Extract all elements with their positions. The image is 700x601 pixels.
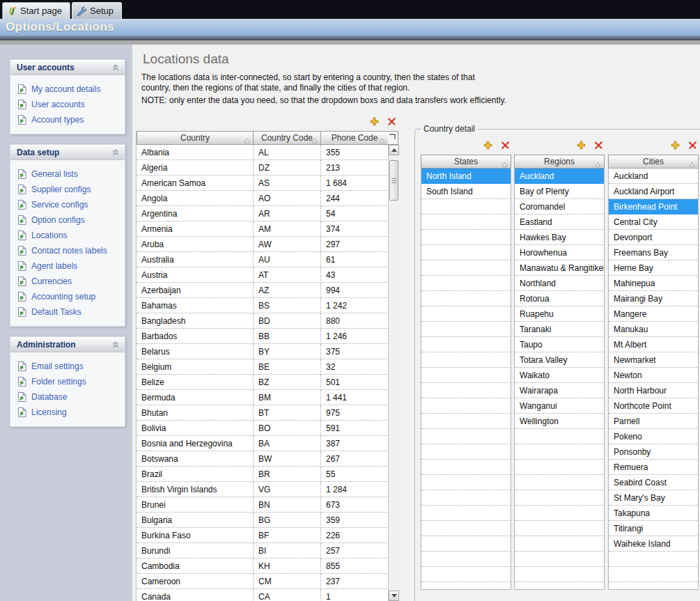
table-row[interactable]: Burkina FasoBF226 <box>137 528 389 543</box>
list-item-wanganui[interactable]: Wanganui <box>515 398 604 414</box>
table-row[interactable]: BurundiBI257 <box>137 543 389 559</box>
list-item-horowhenua[interactable]: Horowhenua <box>515 245 604 260</box>
grid-corner-box[interactable] <box>388 131 398 145</box>
add-button[interactable] <box>483 141 492 150</box>
scrollbar-thumb[interactable] <box>389 160 398 201</box>
list-item-pokeno[interactable]: Pokeno <box>609 429 698 444</box>
section-header-user-accounts[interactable]: User accounts <box>10 60 125 75</box>
list-item-north-harbour[interactable]: North Harbour <box>609 383 698 398</box>
list-item-mahinepua[interactable]: Mahinepua <box>609 276 698 291</box>
add-button[interactable] <box>577 141 586 150</box>
list-item-coromandel[interactable]: Coromandel <box>515 199 604 214</box>
sidebar-item-my-account-details[interactable]: My account details <box>17 81 125 97</box>
table-row[interactable]: AustraliaAU61 <box>137 252 389 267</box>
list-item-auckland-airport[interactable]: Auckland Airport <box>609 184 698 199</box>
sidebar-item-folder-settings[interactable]: Folder settings <box>17 374 125 389</box>
column-header-regions[interactable]: Regions <box>514 155 605 169</box>
list-item-remuera[interactable]: Remuera <box>609 460 698 475</box>
list-item-freemans-bay[interactable]: Freemans Bay <box>609 245 698 260</box>
list-item-st-mary-s-bay[interactable]: St Mary's Bay <box>609 490 698 506</box>
sidebar-item-default-tasks[interactable]: Default Tasks <box>17 304 125 320</box>
list-item-ponsonby[interactable]: Ponsonby <box>609 444 698 460</box>
column-header-country[interactable]: Country <box>137 131 254 145</box>
sidebar-item-agent-labels[interactable]: Agent labels <box>17 258 125 274</box>
sidebar-item-licensing[interactable]: Licensing <box>17 405 125 420</box>
sidebar-item-option-configs[interactable]: Option configs <box>17 212 125 228</box>
column-header-states[interactable]: States <box>421 155 511 169</box>
table-row[interactable]: BruneiBN673 <box>137 497 389 513</box>
table-row[interactable]: AzerbaijanAZ994 <box>137 283 389 298</box>
list-item-totara-valley[interactable]: Totara Valley <box>515 352 604 368</box>
list-item-taupo[interactable]: Taupo <box>515 337 604 352</box>
table-row[interactable]: ArmeniaAM374 <box>137 221 389 237</box>
list-item-manukau[interactable]: Manukau <box>609 322 698 337</box>
list-item-north-island[interactable]: North Island <box>421 169 511 184</box>
list-item-northland[interactable]: Northland <box>515 276 604 291</box>
table-row[interactable]: AustriaAT43 <box>137 267 389 283</box>
list-item-south-island[interactable]: South Island <box>421 184 511 199</box>
list-item-taranaki[interactable]: Taranaki <box>515 322 604 337</box>
sidebar-item-user-accounts[interactable]: User accounts <box>17 97 125 112</box>
table-row[interactable]: BelgiumBE32 <box>137 359 389 375</box>
list-item-seabird-coast[interactable]: Seabird Coast <box>609 475 698 490</box>
table-row[interactable]: CambodiaKH855 <box>137 559 389 574</box>
list-item-wellington[interactable]: Wellington <box>515 414 604 429</box>
column-header-country-code[interactable]: Country Code <box>254 131 321 145</box>
list-item-hawkes-bay[interactable]: Hawkes Bay <box>515 230 604 245</box>
table-row[interactable]: CanadaCA1 <box>137 589 389 601</box>
table-row[interactable]: BelizeBZ501 <box>137 375 389 390</box>
scroll-down-button[interactable] <box>389 591 399 601</box>
list-item-bay-of-plenty[interactable]: Bay of Plenty <box>515 184 604 199</box>
list-item-wairarapa[interactable]: Wairarapa <box>515 383 604 398</box>
section-header-administration[interactable]: Administration <box>10 337 125 352</box>
table-row[interactable]: CameroonCM237 <box>137 574 389 589</box>
add-button[interactable] <box>370 117 379 126</box>
list-item-herne-bay[interactable]: Herne Bay <box>609 260 698 276</box>
sidebar-item-locations[interactable]: Locations <box>17 228 125 243</box>
list-item-waiheke-island[interactable]: Waiheke Island <box>609 536 698 552</box>
list-item-auckland[interactable]: Auckland <box>609 169 698 184</box>
table-row[interactable]: AlbaniaAL355 <box>137 145 389 160</box>
sidebar-item-accounting-setup[interactable]: Accounting setup <box>17 289 125 304</box>
list-item-newmarket[interactable]: Newmarket <box>609 352 698 368</box>
list-item-birkenhead-point[interactable]: Birkenhead Point <box>609 199 698 214</box>
table-row[interactable]: BermudaBM1 441 <box>137 390 389 405</box>
delete-button[interactable] <box>501 141 510 150</box>
section-header-data-setup[interactable]: Data setup <box>10 145 125 160</box>
table-row[interactable]: BarbadosBB1 246 <box>137 329 389 344</box>
table-row[interactable]: BangladeshBD880 <box>137 313 389 329</box>
sidebar-item-account-types[interactable]: Account types <box>17 112 125 127</box>
list-item-devonport[interactable]: Devonport <box>609 230 698 245</box>
column-header-cities[interactable]: Cities <box>608 155 699 169</box>
sidebar-item-database[interactable]: Database <box>17 389 125 405</box>
list-item-manawatu-rangitikei[interactable]: Manawatu & Rangitikei <box>515 260 604 276</box>
delete-button[interactable] <box>594 141 603 150</box>
delete-button[interactable] <box>387 117 396 126</box>
list-item-eastland[interactable]: Eastland <box>515 214 604 230</box>
table-row[interactable]: BoliviaBO591 <box>137 421 389 436</box>
list-item-waikato[interactable]: Waikato <box>515 368 604 383</box>
sidebar-item-contact-notes-labels[interactable]: Contact notes labels <box>17 243 125 258</box>
table-row[interactable]: ArgentinaAR54 <box>137 206 389 221</box>
column-header-phone-code[interactable]: Phone Code <box>321 131 389 145</box>
sidebar-item-currencies[interactable]: Currencies <box>17 274 125 289</box>
list-item-northcote-point[interactable]: Northcote Point <box>609 398 698 414</box>
list-item-parnell[interactable]: Parnell <box>609 414 698 429</box>
list-item-rotorua[interactable]: Rotorua <box>515 291 604 306</box>
scroll-up-button[interactable] <box>389 145 399 155</box>
table-row[interactable]: American SamoaAS1 684 <box>137 175 389 191</box>
sidebar-item-supplier-configs[interactable]: Supplier configs <box>17 182 125 197</box>
scrollbar-track[interactable] <box>388 145 398 601</box>
table-row[interactable]: ArubaAW297 <box>137 237 389 252</box>
table-row[interactable]: British Virgin IslandsVG1 284 <box>137 482 389 497</box>
table-row[interactable]: BelarusBY375 <box>137 344 389 359</box>
table-row[interactable]: BahamasBS1 242 <box>137 298 389 313</box>
list-item-mairangi-bay[interactable]: Mairangi Bay <box>609 291 698 306</box>
add-button[interactable] <box>671 141 680 150</box>
list-item-mangere[interactable]: Mangere <box>609 306 698 322</box>
sidebar-item-service-configs[interactable]: Service configs <box>17 197 125 212</box>
table-row[interactable]: Bosnia and HerzegovinaBA387 <box>137 436 389 451</box>
list-item-mt-albert[interactable]: Mt Albert <box>609 337 698 352</box>
list-item-titirangi[interactable]: Titirangi <box>609 521 698 536</box>
list-item-takapuna[interactable]: Takapuna <box>609 506 698 521</box>
